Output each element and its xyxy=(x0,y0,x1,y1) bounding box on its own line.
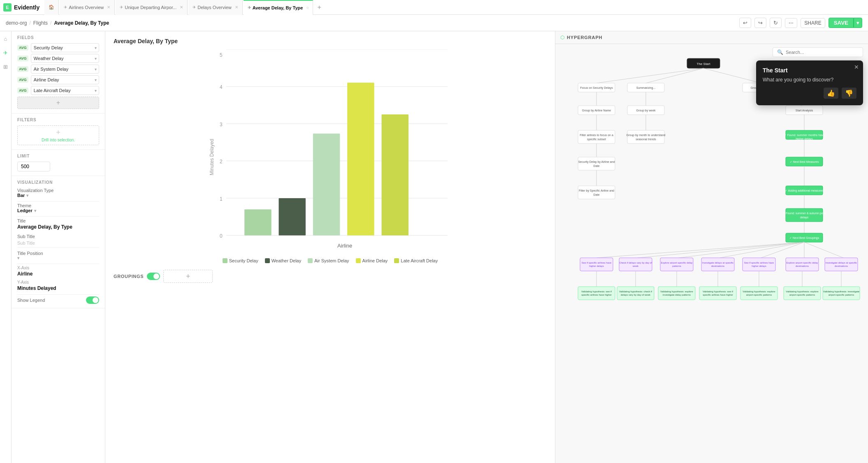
tooltip-close-button[interactable]: ✕ xyxy=(854,64,859,70)
svg-text:Validating hypothesis: check i: Validating hypothesis: check if xyxy=(619,290,652,293)
show-legend-toggle[interactable] xyxy=(86,296,99,304)
svg-rect-114 xyxy=(740,287,777,300)
bar-airsystem[interactable] xyxy=(313,134,340,236)
field-select-late-aircraft[interactable]: Late Aircraft Delay xyxy=(31,86,99,95)
separator xyxy=(17,294,99,295)
bar-airline[interactable] xyxy=(347,83,374,235)
side-icon-home[interactable]: ⌂ xyxy=(2,35,10,43)
tab-add-button[interactable]: + xyxy=(314,4,324,11)
side-icon-grid[interactable]: ⊞ xyxy=(2,63,10,71)
flow-canvas[interactable]: The Start Focus on Security Delays Summa… xyxy=(555,44,868,463)
svg-rect-83 xyxy=(701,258,734,271)
svg-text:Start Analysis: Start Analysis xyxy=(796,109,813,112)
save-button[interactable]: SAVE xyxy=(829,18,854,28)
tab-close[interactable]: ○ xyxy=(306,5,309,10)
svg-rect-102 xyxy=(578,287,615,300)
groupings-thumb xyxy=(153,273,159,279)
tab-close[interactable]: ✕ xyxy=(107,5,110,9)
search-input[interactable] xyxy=(786,50,859,55)
tab-label: Unique Departing Airpor... xyxy=(125,5,176,10)
legend-item-security: Security Delay xyxy=(223,258,258,263)
svg-text:Airline: Airline xyxy=(337,243,352,249)
save-dropdown-button[interactable]: ▾ xyxy=(854,18,862,28)
svg-text:Validating hypothesis: see if: Validating hypothesis: see if xyxy=(703,290,733,293)
svg-rect-108 xyxy=(658,287,695,300)
chart-title-label: Title xyxy=(17,218,99,223)
field-select-airline[interactable]: Airline Delay xyxy=(31,75,99,84)
tab-airlines-overview[interactable]: ✈ Airlines Overview ✕ xyxy=(60,0,115,15)
field-row-security: AVG Security Delay ▾ xyxy=(17,43,99,52)
legend-label: Weather Delay xyxy=(272,258,302,263)
breadcrumb-org[interactable]: demo-org xyxy=(6,20,27,26)
add-field-button[interactable]: + xyxy=(17,97,99,109)
svg-line-69 xyxy=(679,242,804,258)
x-axis-value: Airline xyxy=(17,271,99,277)
tab-close[interactable]: ✕ xyxy=(235,5,238,9)
svg-text:destinations: destinations xyxy=(711,265,724,267)
avg-badge: AVG xyxy=(17,45,28,51)
more-button[interactable]: ⋯ xyxy=(785,18,797,28)
chart-title-input[interactable] xyxy=(17,223,99,231)
svg-text:0: 0 xyxy=(220,233,223,239)
app-logo[interactable]: E Evidently xyxy=(3,3,39,12)
drill-text[interactable]: Drill into selection. xyxy=(42,138,75,142)
field-row-airline: AVG Airline Delay ▾ xyxy=(17,75,99,84)
svg-text:Security Delay by Airline and: Security Delay by Airline and xyxy=(578,160,615,164)
theme-selector[interactable]: Ledger ▾ xyxy=(17,208,99,213)
left-panel: FIELDS AVG Security Delay ▾ AVG Weather … xyxy=(12,31,105,463)
tab-delays-overview[interactable]: ✈ Delays Overview ✕ xyxy=(188,0,243,15)
bar-weather[interactable] xyxy=(279,198,306,235)
svg-text:✓ Adding additional measures: ✓ Adding additional measures xyxy=(785,189,824,192)
field-select-wrapper: Weather Delay ▾ xyxy=(31,54,99,63)
x-axis-label: X-Axis xyxy=(17,266,99,270)
thumbdown-button[interactable]: 👎 xyxy=(842,88,856,99)
undo-button[interactable]: ↩ xyxy=(739,18,751,28)
legend-color xyxy=(308,258,313,263)
svg-rect-77 xyxy=(619,258,652,271)
legend-color xyxy=(394,258,399,263)
tab-close[interactable]: ✕ xyxy=(180,5,183,9)
field-select-airsystem[interactable]: Air System Delay xyxy=(31,65,99,74)
svg-line-70 xyxy=(720,242,804,258)
title-position-selector[interactable]: ▾ xyxy=(17,256,99,260)
groupings-add-area[interactable]: + xyxy=(163,270,213,283)
svg-line-18 xyxy=(703,68,761,83)
bar-late-aircraft[interactable] xyxy=(382,114,408,235)
bar-security[interactable] xyxy=(244,209,271,235)
side-icon-flights[interactable]: ✈ xyxy=(2,49,10,57)
vis-type-label: Visualization Type xyxy=(17,188,99,193)
svg-rect-61 xyxy=(786,208,823,222)
tab-icon: ✈ xyxy=(193,5,196,9)
tooltip-actions: 👍 👎 xyxy=(763,88,856,99)
redo-button[interactable]: ↪ xyxy=(754,18,766,28)
breadcrumb-section[interactable]: Flights xyxy=(33,20,48,26)
hypergraph-search: 🔍 xyxy=(773,47,863,57)
subtitle-label: Sub Title xyxy=(17,234,99,239)
filter-area[interactable]: + Drill into selection. xyxy=(17,125,99,145)
svg-rect-120 xyxy=(823,287,860,300)
tab-icon: ✈ xyxy=(120,5,123,9)
svg-rect-74 xyxy=(580,258,613,271)
subtitle-placeholder[interactable]: Sub Title xyxy=(17,239,99,248)
chart-title: Average Delay, By Type xyxy=(114,38,547,44)
svg-text:Validating hypothesis: explore: Validating hypothesis: explore xyxy=(786,290,819,293)
groupings-add-icon: + xyxy=(186,272,190,281)
svg-rect-80 xyxy=(660,258,693,271)
field-select-security[interactable]: Security Delay xyxy=(31,43,99,52)
tab-average-delay[interactable]: ✈ Average Delay, By Type ○ xyxy=(244,0,313,15)
filters-section-title: FILTERS xyxy=(17,118,99,122)
share-button[interactable]: SHARE xyxy=(801,18,825,28)
svg-text:seasonal trends: seasonal trends xyxy=(636,138,656,141)
groupings-toggle[interactable] xyxy=(147,273,160,280)
field-select-weather[interactable]: Weather Delay xyxy=(31,54,99,63)
refresh-button[interactable]: ↻ xyxy=(770,18,782,28)
svg-text:delays: delays xyxy=(800,216,809,219)
thumbup-button[interactable]: 👍 xyxy=(824,88,838,99)
avg-badge: AVG xyxy=(17,56,28,61)
tab-home[interactable]: 🏠 xyxy=(44,0,59,15)
svg-rect-48 xyxy=(578,157,615,170)
svg-rect-55 xyxy=(578,186,615,199)
limit-input[interactable] xyxy=(17,162,50,171)
vis-type-selector[interactable]: Bar ▾ xyxy=(17,193,99,198)
tab-unique-departing[interactable]: ✈ Unique Departing Airpor... ✕ xyxy=(116,0,188,15)
